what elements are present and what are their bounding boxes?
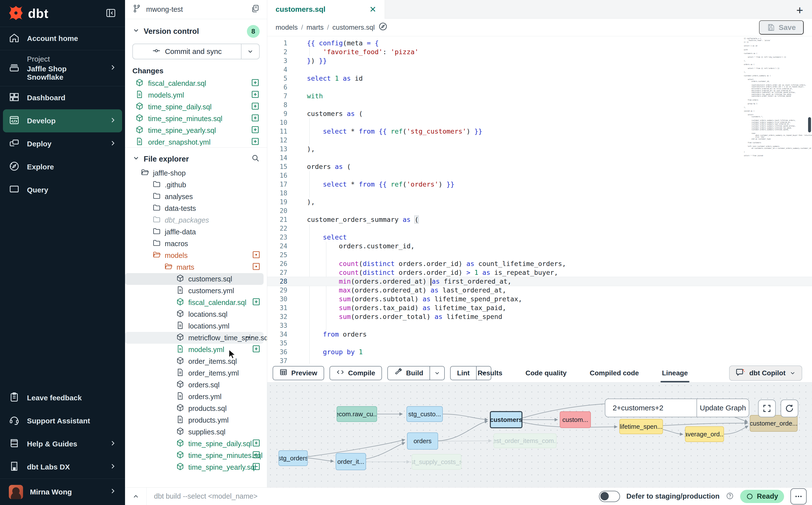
code-line-34[interactable]: 34 from orders — [267, 330, 812, 339]
sidebar-item-deploy[interactable]: Deploy — [0, 132, 125, 155]
sidebar-item-dashboard[interactable]: Dashboard — [0, 86, 125, 109]
dbt-copilot-button[interactable]: dbt Copilot — [729, 365, 802, 381]
change-item[interactable]: time_spine_yearly.sql — [125, 125, 267, 136]
code-line-11[interactable]: 11 select * from {{ ref('stg_customers')… — [267, 127, 812, 136]
stage-plus-icon[interactable] — [251, 137, 260, 146]
code-line-25[interactable]: 25 — [267, 250, 812, 260]
tree-item-order-items-yml[interactable]: order_items.yml — [125, 367, 267, 379]
code-line-23[interactable]: 23 select — [267, 233, 812, 242]
tree-item-supplies-sql[interactable]: supplies.sql — [125, 426, 267, 438]
lineage-graph[interactable]: count_lifetim... ecom.raw_cu...stg_custo… — [267, 382, 812, 487]
tree-item-models[interactable]: models — [125, 249, 267, 261]
sidebar-item-explore[interactable]: Explore — [0, 155, 125, 178]
code-line-33[interactable]: 33 — [267, 321, 812, 330]
code-line-6[interactable]: 6 — [267, 83, 812, 92]
lineage-node-lifetime-spend[interactable]: lifetime_spen... — [619, 419, 663, 434]
code-line-1[interactable]: 1{{ config(meta = { — [267, 39, 812, 47]
command-input[interactable]: dbt build --select <model_name> — [147, 492, 599, 500]
code-line-15[interactable]: 15orders as ( — [267, 162, 812, 171]
more-options-button[interactable] — [790, 488, 807, 505]
tree-item-orders-yml[interactable]: orders.yml — [125, 391, 267, 402]
code-line-29[interactable]: 29 max(orders.ordered_at) as last_ordere… — [267, 286, 812, 295]
explore-lineage-icon[interactable] — [378, 22, 387, 33]
code-line-27[interactable]: 27 count(distinct orders.order_id) > 1 a… — [267, 268, 812, 277]
lineage-node-customers[interactable]: customers — [490, 411, 522, 428]
sidebar-item-leave-feedback[interactable]: Leave feedback — [0, 386, 125, 409]
lineage-node-ecom-raw[interactable]: ecom.raw_cu... — [337, 406, 377, 422]
breadcrumb-models[interactable]: models — [276, 23, 298, 31]
refresh-button[interactable] — [781, 399, 798, 417]
sidebar-item-account-home[interactable]: Account home — [0, 27, 125, 50]
tree-item--github[interactable]: .github — [125, 179, 267, 191]
code-editor[interactable]: 1{{ config(meta = {2 'favorite_food': 'p… — [267, 36, 812, 364]
lineage-node-stg-orders[interactable]: stg_orders — [279, 450, 308, 466]
code-line-37[interactable]: 37 — [267, 356, 812, 364]
code-line-5[interactable]: 5select 1 as id — [267, 74, 812, 83]
tree-item-time-spine-yearly-sql[interactable]: time_spine_yearly.sql — [125, 461, 267, 473]
code-line-36[interactable]: 36 group by 1 — [267, 348, 812, 356]
code-line-30[interactable]: 30 sum(orders.subtotal) as lifetime_spen… — [267, 295, 812, 304]
editor-scrollbar[interactable] — [808, 117, 811, 132]
code-line-14[interactable]: 14 — [267, 153, 812, 162]
code-line-31[interactable]: 31 sum(orders.tax_paid) as lifetime_tax_… — [267, 304, 812, 312]
tab-lineage[interactable]: Lineage — [662, 364, 688, 382]
help-circle-icon[interactable] — [726, 492, 734, 501]
tree-item-customers-yml[interactable]: customers.yml — [125, 285, 267, 297]
code-line-17[interactable]: 17 select * from {{ ref('orders') }} — [267, 180, 812, 189]
tree-item-macros[interactable]: macros — [125, 238, 267, 249]
plus-badge-icon[interactable] — [252, 344, 261, 355]
stage-plus-icon[interactable] — [251, 114, 260, 124]
stage-plus-icon[interactable] — [251, 125, 260, 136]
tree-item-orders-sql[interactable]: orders.sql — [125, 379, 267, 391]
tree-item-customers-sql[interactable]: customers.sql — [125, 273, 264, 285]
lineage-node-stg-customers[interactable]: stg_custo... — [407, 406, 443, 422]
code-line-13[interactable]: 13), — [267, 145, 812, 153]
dot-badge-icon[interactable] — [252, 262, 261, 273]
lineage-node-test-order-items[interactable]: test_order_items_com... — [494, 434, 556, 448]
code-line-7[interactable]: 7with — [267, 92, 812, 101]
minus-badge-icon[interactable] — [252, 462, 261, 473]
code-line-4[interactable]: 4 — [267, 65, 812, 74]
tree-item-fiscal-calendar-sql[interactable]: fiscal_calendar.sql — [125, 297, 267, 308]
tree-item-analyses[interactable]: analyses — [125, 191, 267, 202]
stage-plus-icon[interactable] — [251, 90, 260, 101]
plus-badge-icon[interactable] — [252, 439, 261, 449]
lineage-node-average-order[interactable]: average_ord... — [685, 426, 724, 442]
lineage-node-customer-orders[interactable]: customer_orde... — [750, 415, 798, 432]
tree-item-order-items-sql[interactable]: order_items.sql — [125, 355, 267, 367]
tree-item-locations-sql[interactable]: locations.sql — [125, 308, 267, 320]
menu-badge-icon[interactable] — [245, 333, 254, 343]
fullscreen-button[interactable] — [758, 399, 776, 417]
code-line-3[interactable]: 3}) }} — [267, 56, 812, 65]
code-line-28[interactable]: 28 min(orders.ordered_at) as first_order… — [267, 277, 812, 286]
code-line-10[interactable]: 10 — [267, 118, 812, 127]
tab-code-quality[interactable]: Code quality — [525, 364, 566, 382]
code-line-19[interactable]: 19), — [267, 198, 812, 206]
collapse-sidebar-icon[interactable] — [106, 8, 116, 19]
copy-icon[interactable] — [251, 4, 260, 15]
tab-customers-sql[interactable]: customers.sql ✕ — [267, 0, 385, 19]
lineage-node-customer-x[interactable]: custom... — [560, 411, 591, 428]
commit-options-chevron[interactable] — [241, 44, 259, 59]
version-control-header[interactable]: Version control 8 — [125, 19, 267, 41]
sidebar-item-help-guides[interactable]: Help & Guides — [0, 433, 125, 456]
change-item[interactable]: time_spine_minutes.sql — [125, 113, 267, 125]
update-graph-button[interactable]: Update Graph — [697, 399, 749, 417]
lineage-node-orders[interactable]: orders — [407, 433, 438, 450]
tree-item-locations-yml[interactable]: locations.yml — [125, 320, 267, 332]
code-line-8[interactable]: 8 — [267, 101, 812, 109]
sidebar-item-develop[interactable]: Develop — [3, 109, 122, 132]
code-line-16[interactable]: 16 — [267, 171, 812, 180]
tab-results[interactable]: Results — [478, 364, 502, 382]
code-line-18[interactable]: 18 — [267, 189, 812, 198]
tree-item-jaffle-shop[interactable]: jaffle-shop — [125, 167, 267, 179]
sidebar-user[interactable]: Mirna Wong — [0, 479, 125, 505]
sidebar-item-query[interactable]: Query — [0, 178, 125, 201]
tree-item-products-sql[interactable]: products.sql — [125, 402, 267, 414]
expand-command-bar-icon[interactable] — [125, 488, 147, 505]
breadcrumb-file[interactable]: customers.sql — [332, 23, 375, 31]
sidebar-item-project[interactable]: ProjectJaffle Shop Snowflake — [0, 50, 125, 86]
code-line-35[interactable]: 35 — [267, 339, 812, 348]
breadcrumb-marts[interactable]: marts — [306, 23, 324, 31]
sidebar-item-support-assistant[interactable]: Support Assistant — [0, 409, 125, 433]
